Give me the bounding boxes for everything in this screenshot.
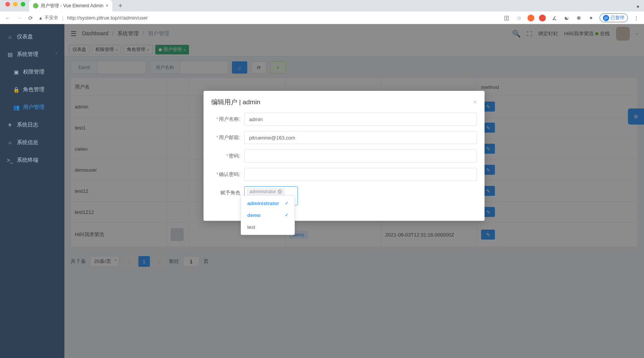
- sidebar-item-roles[interactable]: 🔒角色管理: [0, 81, 64, 99]
- log-icon: ✈: [7, 122, 13, 128]
- system-icon: ▤: [7, 51, 13, 57]
- minimize-window-icon[interactable]: [13, 2, 18, 7]
- role-option-demo[interactable]: demo✓: [241, 209, 294, 221]
- sidebar-item-dashboard[interactable]: ⌂仪表盘: [0, 28, 64, 46]
- selected-role-tag: administrator×: [247, 188, 285, 195]
- lock-icon: 🔒: [13, 87, 19, 93]
- tab-bar: 用户管理 - Vue Element Admin × + ●: [0, 0, 644, 11]
- role-option-administrator[interactable]: administrator✓: [241, 197, 294, 209]
- debugger-paused-pill[interactable]: pl 已暂停: [600, 13, 628, 22]
- extension-icon[interactable]: ❋: [575, 15, 583, 21]
- sidebar-item-system[interactable]: ▤系统管理˄: [0, 46, 64, 63]
- password-label: *密码:: [211, 153, 244, 159]
- dialog-close-button[interactable]: ×: [473, 99, 477, 106]
- new-tab-button[interactable]: +: [115, 0, 126, 11]
- forward-button: →: [15, 15, 23, 21]
- key-icon[interactable]: ⚿: [503, 15, 511, 21]
- password-field[interactable]: [244, 149, 477, 163]
- username-label: *用户名称:: [211, 116, 244, 123]
- dashboard-icon: ⌂: [7, 34, 13, 40]
- email-field[interactable]: [244, 131, 477, 144]
- window-controls: [3, 2, 29, 10]
- chevron-up-icon: ˄: [55, 52, 58, 57]
- tab-close-icon[interactable]: ×: [106, 3, 108, 8]
- check-icon: ✓: [285, 213, 288, 218]
- url-text[interactable]: http://system.pltrue.top/#/admin/user: [67, 15, 499, 21]
- back-button[interactable]: ←: [4, 15, 12, 21]
- bookmark-icon[interactable]: ☆: [515, 15, 523, 21]
- check-icon: ✓: [285, 201, 288, 206]
- perm-icon: ▣: [13, 69, 19, 75]
- account-dot-icon[interactable]: ●: [632, 1, 644, 11]
- users-icon: 👥: [13, 104, 19, 110]
- role-option-test[interactable]: test✓: [241, 221, 294, 233]
- extensions-menu-icon[interactable]: ✦: [587, 15, 595, 21]
- terminal-icon: >_: [7, 157, 13, 163]
- confirm-password-label: *确认密码:: [211, 171, 244, 178]
- sidebar-item-terminal[interactable]: >_系统终端: [0, 151, 64, 169]
- extension-icon[interactable]: ∡: [550, 15, 558, 21]
- maximize-window-icon[interactable]: [21, 2, 25, 7]
- sidebar-item-info[interactable]: ○系统信息: [0, 134, 64, 151]
- sidebar-item-users[interactable]: 👥用户管理: [0, 99, 64, 116]
- extension-icon[interactable]: ☯: [563, 15, 570, 21]
- tab-title: 用户管理 - Vue Element Admin: [41, 3, 104, 9]
- browser-menu-icon[interactable]: ⋮: [632, 15, 640, 21]
- sidebar: ⌂仪表盘 ▤系统管理˄ ▣权限管理 🔒角色管理 👥用户管理 ✈系统日志 ○系统信…: [0, 24, 64, 358]
- roles-label: 赋予角色: [211, 186, 244, 196]
- remove-tag-icon[interactable]: ×: [278, 189, 282, 194]
- browser-tab[interactable]: 用户管理 - Vue Element Admin ×: [29, 0, 112, 11]
- confirm-password-field[interactable]: [244, 168, 477, 181]
- reload-button[interactable]: ⟳: [27, 15, 34, 21]
- dialog-title: 编辑用户 | admin: [211, 98, 260, 107]
- extension-icon[interactable]: [539, 15, 546, 21]
- username-field[interactable]: [244, 113, 477, 126]
- email-label: *用户邮箱:: [211, 134, 244, 141]
- address-bar: ← → ⟳ ▲ 不安全 | http://system.pltrue.top/#…: [0, 11, 644, 24]
- browser-chrome: 用户管理 - Vue Element Admin × + ● ← → ⟳ ▲ 不…: [0, 0, 644, 24]
- security-indicator[interactable]: ▲ 不安全: [38, 15, 58, 21]
- extension-icon[interactable]: [527, 15, 534, 21]
- roles-dropdown: administrator✓ demo✓ test✓: [241, 195, 295, 235]
- favicon-icon: [33, 3, 38, 8]
- info-icon: ○: [7, 140, 13, 146]
- sidebar-item-logs[interactable]: ✈系统日志: [0, 116, 64, 134]
- close-window-icon[interactable]: [5, 2, 10, 7]
- sidebar-item-permissions[interactable]: ▣权限管理: [0, 63, 64, 81]
